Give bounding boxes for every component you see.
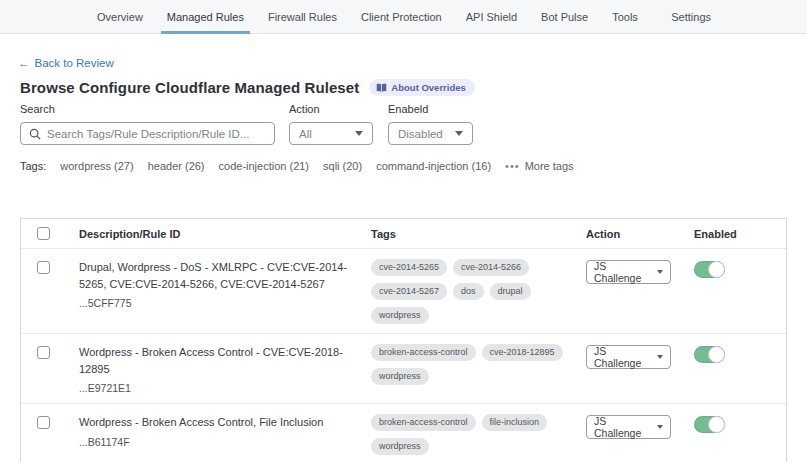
more-tags-link[interactable]: ••• More tags bbox=[505, 160, 573, 172]
tag-filter-sqli-20[interactable]: sqli (20) bbox=[323, 160, 362, 172]
tab-label: Managed Rules bbox=[167, 11, 244, 23]
managed-rules-page: OverviewManaged RulesFirewall RulesClien… bbox=[0, 0, 807, 462]
chevron-down-icon bbox=[355, 131, 363, 136]
action-select[interactable]: JS Challenge bbox=[586, 415, 671, 439]
top-navigation: OverviewManaged RulesFirewall RulesClien… bbox=[0, 0, 807, 34]
rules-table: Description/Rule ID Tags Action Enabled … bbox=[20, 218, 787, 462]
table-body: Drupal, Wordpress - DoS - XMLRPC - CVE:C… bbox=[21, 248, 786, 462]
table-row: Wordpress - Broken Access Control, File … bbox=[21, 403, 786, 462]
row-rule-id: ...B61174F bbox=[79, 436, 363, 448]
enabled-toggle[interactable] bbox=[694, 261, 725, 278]
action-select-value: JS Challenge bbox=[594, 415, 649, 439]
tab-tools[interactable]: Tools bbox=[600, 0, 650, 33]
tag-pill-cve-2014-5265: cve-2014-5265 bbox=[371, 259, 447, 276]
action-select-value: JS Challenge bbox=[594, 345, 649, 369]
tab-label: API Shield bbox=[466, 11, 517, 23]
search-label: Search bbox=[20, 103, 275, 115]
tab-label: Client Protection bbox=[361, 11, 442, 23]
title-row: Browse Configure Cloudflare Managed Rule… bbox=[20, 79, 475, 96]
row-checkbox[interactable] bbox=[37, 416, 50, 429]
book-icon bbox=[376, 83, 387, 93]
tag-pill-wordpress: wordpress bbox=[371, 307, 429, 324]
tab-bot-pulse[interactable]: Bot Pulse bbox=[529, 0, 600, 33]
tab-label: Tools bbox=[612, 11, 638, 23]
row-rule-id: ...E9721E1 bbox=[79, 382, 363, 394]
tag-pill-wordpress: wordpress bbox=[371, 368, 429, 385]
search-input[interactable] bbox=[47, 128, 266, 140]
tag-pill-wordpress: wordpress bbox=[371, 438, 429, 455]
tab-firewall-rules[interactable]: Firewall Rules bbox=[256, 0, 349, 33]
row-tags: cve-2014-5265cve-2014-5266cve-2014-5267d… bbox=[371, 259, 574, 324]
about-overrides-badge[interactable]: About Overrides bbox=[369, 79, 474, 96]
tab-settings[interactable]: Settings bbox=[659, 0, 723, 33]
tag-filter-header-26[interactable]: header (26) bbox=[148, 160, 205, 172]
search-filter: Search bbox=[20, 103, 275, 145]
tab-api-shield[interactable]: API Shield bbox=[454, 0, 529, 33]
toggle-knob bbox=[708, 346, 725, 363]
header-tags: Tags bbox=[371, 228, 586, 240]
page-title: Browse Configure Cloudflare Managed Rule… bbox=[20, 79, 359, 96]
enabled-toggle[interactable] bbox=[694, 346, 725, 363]
enabled-toggle[interactable] bbox=[694, 416, 725, 433]
table-row: Wordpress - Broken Access Control - CVE:… bbox=[21, 333, 786, 403]
row-description: Drupal, Wordpress - DoS - XMLRPC - CVE:C… bbox=[79, 259, 363, 292]
back-arrow-icon: ← bbox=[18, 57, 30, 69]
action-select[interactable]: JS Challenge bbox=[586, 260, 671, 284]
tag-pill-dos: dos bbox=[453, 283, 484, 300]
tag-pill-cve-2014-5267: cve-2014-5267 bbox=[371, 283, 447, 300]
tag-pill-file-inclusion: file-inclusion bbox=[482, 414, 548, 431]
chevron-down-icon bbox=[657, 355, 663, 359]
tab-label: Firewall Rules bbox=[268, 11, 337, 23]
toggle-knob bbox=[708, 261, 725, 278]
toggle-knob bbox=[708, 416, 725, 433]
table-header-row: Description/Rule ID Tags Action Enabled bbox=[21, 219, 786, 248]
row-checkbox[interactable] bbox=[37, 346, 50, 359]
enabled-filter-value: Disabled bbox=[398, 128, 443, 140]
enabled-filter-label: Enabeld bbox=[388, 103, 473, 115]
tab-label: Overview bbox=[97, 11, 143, 23]
tag-pill-broken-access-control: broken-access-control bbox=[371, 414, 476, 431]
action-select[interactable]: JS Challenge bbox=[586, 345, 671, 369]
tag-filter-command-injection-16[interactable]: command-injection (16) bbox=[376, 160, 491, 172]
badge-label: About Overrides bbox=[391, 82, 465, 93]
row-description: Wordpress - Broken Access Control - CVE:… bbox=[79, 344, 363, 377]
row-tags: broken-access-controlcve-2018-12895wordp… bbox=[371, 344, 574, 385]
tags-row-label: Tags: bbox=[20, 160, 46, 172]
row-description: Wordpress - Broken Access Control, File … bbox=[79, 414, 363, 431]
nav-tabs: OverviewManaged RulesFirewall RulesClien… bbox=[85, 0, 650, 33]
search-box[interactable] bbox=[20, 122, 275, 145]
tags-row: Tags: wordpress (27)header (26)code-inje… bbox=[20, 160, 574, 172]
action-filter-select[interactable]: All bbox=[289, 122, 373, 145]
back-link-label: Back to Review bbox=[35, 57, 114, 69]
chevron-down-icon bbox=[657, 425, 663, 429]
enabled-filter-select[interactable]: Disabled bbox=[388, 122, 473, 145]
chevron-down-icon bbox=[657, 270, 663, 274]
row-rule-id: ...5CFF775 bbox=[79, 297, 363, 309]
table-row: Drupal, Wordpress - DoS - XMLRPC - CVE:C… bbox=[21, 248, 786, 333]
select-all-checkbox[interactable] bbox=[37, 227, 50, 240]
tag-filter-code-injection-21[interactable]: code-injection (21) bbox=[219, 160, 310, 172]
header-description: Description/Rule ID bbox=[79, 228, 371, 240]
tab-client-protection[interactable]: Client Protection bbox=[349, 0, 454, 33]
tab-label: Bot Pulse bbox=[541, 11, 588, 23]
tag-pill-cve-2018-12895: cve-2018-12895 bbox=[482, 344, 563, 361]
back-to-review-link[interactable]: ← Back to Review bbox=[18, 57, 114, 69]
tab-overview[interactable]: Overview bbox=[85, 0, 155, 33]
header-action: Action bbox=[586, 228, 694, 240]
tag-filter-list: wordpress (27)header (26)code-injection … bbox=[60, 160, 491, 172]
tag-pill-cve-2014-5266: cve-2014-5266 bbox=[453, 259, 529, 276]
action-filter-label: Action bbox=[289, 103, 373, 115]
row-checkbox[interactable] bbox=[37, 261, 50, 274]
tab-managed-rules[interactable]: Managed Rules bbox=[155, 0, 256, 33]
tag-pill-drupal: drupal bbox=[490, 283, 531, 300]
action-filter: Action All bbox=[289, 103, 373, 145]
action-filter-value: All bbox=[299, 128, 312, 140]
more-tags-label: More tags bbox=[525, 160, 574, 172]
search-icon bbox=[29, 128, 41, 140]
tab-label: Settings bbox=[671, 11, 711, 23]
ellipsis-icon: ••• bbox=[505, 160, 520, 172]
chevron-down-icon bbox=[455, 131, 463, 136]
tag-pill-broken-access-control: broken-access-control bbox=[371, 344, 476, 361]
enabled-filter: Enabeld Disabled bbox=[388, 103, 473, 145]
tag-filter-wordpress-27[interactable]: wordpress (27) bbox=[60, 160, 133, 172]
